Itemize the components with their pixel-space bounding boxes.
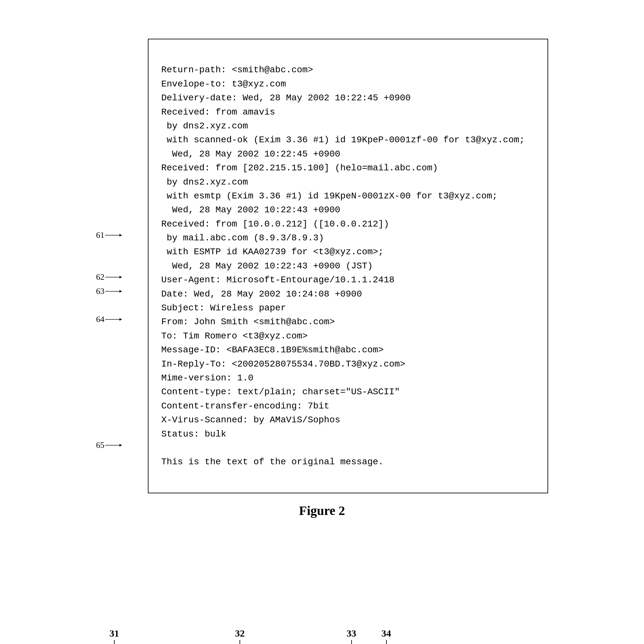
email-line-24: Content-type: text/plain; charset="US-AS… [161, 387, 400, 397]
email-line-19: From: John Smith <smith@abc.com> [161, 317, 335, 327]
annotation-64: 64 [96, 315, 123, 324]
email-line-12: Received: from [10.0.0.212] ([10.0.0.212… [161, 219, 389, 229]
annotation-63-arrow [105, 289, 123, 293]
annotation-63-label: 63 [96, 287, 105, 296]
email-line-23: Mime-version: 1.0 [161, 373, 254, 383]
marker-33: 33 [347, 628, 357, 644]
marker-34-label: 34 [382, 628, 391, 639]
annotation-63: 63 [96, 287, 123, 296]
page-container: Return-path: <smith@abc.com> Envelope-to… [32, 13, 613, 644]
email-line-22: In-Reply-To: <20020528075534.70BD.T3@xyz… [161, 359, 406, 369]
email-line-2: Envelope-to: t3@xyz.com [161, 79, 286, 89]
markers-row: 31 32 33 34 [103, 628, 561, 644]
marker-33-label: 33 [347, 628, 357, 639]
marker-32: 32 [235, 628, 245, 644]
annotation-61-arrow [105, 233, 123, 237]
email-line-16: User-Agent: Microsoft-Entourage/10.1.1.2… [161, 275, 395, 285]
annotation-65-arrow [105, 443, 123, 447]
marker-31: 31 [109, 628, 119, 644]
email-line-28 [161, 443, 167, 453]
annotation-62-label: 62 [96, 272, 105, 282]
email-line-13: by mail.abc.com (8.9.3/8.9.3) [161, 233, 324, 243]
annotation-64-arrow [105, 317, 123, 321]
email-line-4: Received: from amavis [161, 107, 275, 117]
email-line-10: with esmtp (Exim 3.36 #1) id 19KpeN-0001… [161, 191, 498, 201]
email-line-6: with scanned-ok (Exim 3.36 #1) id 19KpeP… [161, 135, 525, 145]
email-line-14: with ESMTP id KAA02739 for <t3@xyz.com>; [161, 247, 384, 257]
svg-marker-9 [119, 444, 122, 447]
figure2-caption: Figure 2 [96, 503, 548, 518]
marker-31-label: 31 [109, 628, 119, 639]
email-line-8: Received: from [202.215.15.100] (helo=ma… [161, 163, 438, 173]
annotations-overlay: 61 62 [96, 39, 122, 493]
annotation-64-label: 64 [96, 315, 105, 324]
marker-32-label: 32 [235, 628, 245, 639]
email-line-27: Status: bulk [161, 429, 226, 439]
annotation-61: 61 [96, 230, 123, 240]
email-line-18: Subject: Wireless paper [161, 303, 286, 313]
email-line-3: Delivery-date: Wed, 28 May 2002 10:22:45… [161, 93, 411, 103]
svg-marker-7 [119, 318, 122, 321]
email-line-11: Wed, 28 May 2002 10:22:43 +0900 [161, 205, 341, 215]
figure3-diagram: 31 32 33 34 [83, 596, 561, 644]
svg-marker-1 [119, 234, 122, 236]
svg-marker-3 [119, 276, 122, 278]
email-line-29: This is the text of the original message… [161, 457, 384, 467]
annotation-65-label: 65 [96, 440, 105, 450]
svg-marker-5 [119, 290, 122, 293]
email-line-1: Return-path: <smith@abc.com> [161, 65, 313, 75]
marker-32-tick [239, 640, 240, 644]
email-line-20: To: Tim Romero <t3@xyz.com> [161, 331, 308, 341]
email-line-9: by dns2.xyz.com [161, 177, 248, 187]
annotation-61-label: 61 [96, 230, 105, 240]
email-content-box: Return-path: <smith@abc.com> Envelope-to… [148, 39, 548, 493]
annotation-62-arrow [105, 275, 123, 279]
marker-33-tick [351, 640, 352, 644]
annotation-62: 62 [96, 272, 123, 282]
email-line-7: Wed, 28 May 2002 10:22:45 +0900 [161, 149, 341, 159]
marker-31-tick [114, 640, 115, 644]
marker-34: 34 [382, 628, 391, 644]
email-line-26: X-Virus-Scanned: by AMaViS/Sophos [161, 415, 341, 425]
annotation-65: 65 [96, 440, 123, 450]
email-line-17: Date: Wed, 28 May 2002 10:24:08 +0900 [161, 289, 362, 299]
marker-34-tick [386, 640, 387, 644]
email-line-5: by dns2.xyz.com [161, 121, 248, 131]
email-line-25: Content-transfer-encoding: 7bit [161, 401, 330, 411]
email-line-21: Message-ID: <BAFA3EC8.1B9E%smith@abc.com… [161, 345, 384, 355]
figure3-container: 31 32 33 34 [64, 583, 580, 644]
email-line-15: Wed, 28 May 2002 10:22:43 +0900 (JST) [161, 261, 373, 271]
figure2-container: Return-path: <smith@abc.com> Envelope-to… [96, 39, 548, 518]
